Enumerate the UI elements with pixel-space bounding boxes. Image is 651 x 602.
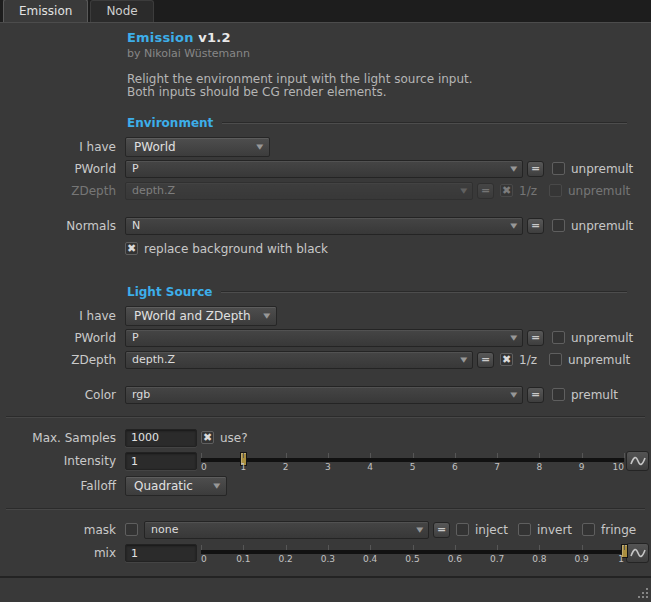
env-normals-equals-button[interactable]: =	[527, 218, 544, 234]
chevron-down-icon: ▼	[416, 526, 423, 534]
mask-enable-checkbox[interactable]	[125, 523, 138, 536]
env-ihave-dropdown[interactable]: PWorld ▼	[125, 137, 270, 157]
env-pworld-equals-button[interactable]: =	[527, 161, 544, 177]
group-divider	[6, 416, 645, 418]
intensity-curve-editor-button[interactable]	[626, 451, 649, 471]
mix-slider[interactable]: 00.10.20.30.40.50.60.70.80.91	[201, 542, 624, 564]
slider-tick-label: 10	[613, 462, 624, 472]
ls-zdepth-unpremult-checkbox[interactable]	[549, 353, 562, 366]
intensity-row: Intensity 012345678910	[0, 450, 649, 472]
env-pworld-unpremult-checkbox[interactable]	[552, 162, 565, 175]
env-normals-value: N	[132, 219, 140, 232]
tab-node[interactable]: Node	[90, 0, 153, 22]
env-ihave-row: I have PWorld ▼	[0, 136, 649, 157]
chevron-down-icon: ▼	[510, 334, 517, 342]
env-zdepth-row: ZDepth depth.Z ▼ = ✖ 1/z unpremult	[0, 181, 649, 200]
fringe-checkbox[interactable]	[582, 523, 595, 536]
node-properties-panel: Emission Node Emission v1.2 by Nikolai W…	[0, 0, 651, 602]
ls-ihave-label: I have	[0, 309, 125, 323]
max-samples-use-checkbox[interactable]: ✖	[201, 431, 214, 444]
ls-color-channel-dropdown[interactable]: rgb ▼	[125, 386, 523, 404]
slider-tick	[539, 545, 540, 550]
ls-zdepth-label: ZDepth	[0, 353, 125, 367]
max-samples-input[interactable]	[125, 429, 197, 447]
section-rule	[221, 291, 627, 293]
mask-label: mask	[0, 523, 125, 537]
slider-tick-label: 4	[367, 462, 373, 472]
author-byline: by Nikolai Wüstemann	[127, 47, 651, 60]
env-ihave-value: PWorld	[134, 140, 176, 154]
inject-checkbox[interactable]	[456, 523, 469, 536]
bottom-divider	[0, 576, 651, 578]
ls-color-row: Color rgb ▼ = premult	[0, 385, 649, 404]
ls-pworld-value: P	[132, 331, 139, 344]
slider-tick-label: 0.4	[363, 554, 377, 564]
light-source-section-header: Light Source	[127, 285, 627, 299]
mask-equals-button[interactable]: =	[433, 522, 450, 538]
slider-tick-label: 5	[410, 462, 416, 472]
falloff-dropdown[interactable]: Quadratic ▼	[125, 476, 227, 496]
section-rule	[222, 122, 627, 124]
slider-tick-label: 0.6	[448, 554, 462, 564]
mix-input[interactable]	[125, 544, 197, 562]
ls-color-premult-label: premult	[571, 388, 618, 402]
env-normals-channel-dropdown[interactable]: N ▼	[125, 217, 523, 235]
mix-curve-editor-button[interactable]	[626, 543, 649, 563]
env-zdepth-channel-dropdown: depth.Z ▼	[125, 182, 473, 200]
tab-bar: Emission Node	[0, 0, 651, 22]
slider-tick	[582, 453, 583, 458]
replace-background-checkbox[interactable]: ✖	[125, 242, 138, 255]
ls-pworld-equals-button[interactable]: =	[527, 330, 544, 346]
max-samples-row: Max. Samples ✖ use?	[0, 428, 649, 447]
slider-tick-label: 0	[201, 554, 207, 564]
falloff-row: Falloff Quadratic ▼	[0, 475, 649, 496]
ls-zdepth-inverse-checkbox[interactable]: ✖	[500, 353, 513, 366]
panel-content: Emission v1.2 by Nikolai Wüstemann Relig…	[0, 22, 651, 601]
ls-zdepth-value: depth.Z	[132, 353, 175, 366]
intensity-slider[interactable]: 012345678910	[201, 450, 624, 472]
page-title: Emission v1.2	[127, 30, 651, 45]
light-source-section-title: Light Source	[127, 285, 212, 299]
ls-pworld-unpremult-checkbox[interactable]	[552, 331, 565, 344]
slider-tick	[413, 545, 414, 550]
slider-tick	[370, 545, 371, 550]
intensity-input[interactable]	[125, 452, 197, 470]
ls-zdepth-row: ZDepth depth.Z ▼ = ✖ 1/z unpremult	[0, 350, 649, 369]
chevron-down-icon: ▼	[510, 222, 517, 230]
replace-background-label: replace background with black	[144, 242, 328, 256]
ls-pworld-unpremult-label: unpremult	[571, 331, 633, 345]
curve-icon	[630, 455, 646, 467]
chevron-down-icon: ▼	[263, 312, 270, 320]
slider-tick-label: 7	[494, 462, 500, 472]
ls-color-equals-button[interactable]: =	[527, 387, 544, 403]
slider-tick	[201, 453, 202, 458]
slider-tick	[624, 545, 625, 550]
plugin-version: v1.2	[198, 30, 230, 45]
mask-value: none	[151, 523, 178, 536]
ls-pworld-channel-dropdown[interactable]: P ▼	[125, 329, 523, 347]
tab-emission[interactable]: Emission	[3, 0, 88, 22]
slider-tick	[455, 545, 456, 550]
env-zdepth-inverse-checkbox: ✖	[500, 184, 513, 197]
invert-checkbox[interactable]	[518, 523, 531, 536]
ls-ihave-value: PWorld and ZDepth	[134, 309, 251, 323]
mask-row: mask none ▼ = inject invert fringe	[0, 520, 649, 539]
ls-zdepth-channel-dropdown[interactable]: depth.Z ▼	[125, 351, 473, 369]
slider-tick	[539, 453, 540, 458]
slider-tick-label: 0.5	[405, 554, 419, 564]
slider-tick	[286, 453, 287, 458]
slider-tick-label: 0.3	[321, 554, 335, 564]
env-pworld-label: PWorld	[0, 162, 125, 176]
env-normals-unpremult-checkbox[interactable]	[552, 219, 565, 232]
slider-tick	[497, 453, 498, 458]
resize-grip-icon[interactable]	[636, 586, 649, 599]
env-pworld-channel-dropdown[interactable]: P ▼	[125, 160, 523, 178]
ls-zdepth-equals-button[interactable]: =	[477, 352, 494, 368]
chevron-down-icon: ▼	[213, 482, 220, 490]
ls-ihave-dropdown[interactable]: PWorld and ZDepth ▼	[125, 306, 277, 326]
mask-channel-dropdown[interactable]: none ▼	[144, 521, 429, 539]
ls-color-premult-checkbox[interactable]	[552, 388, 565, 401]
slider-tick-label: 6	[452, 462, 458, 472]
ls-zdepth-unpremult-label: unpremult	[568, 353, 630, 367]
env-pworld-row: PWorld P ▼ = unpremult	[0, 159, 649, 178]
